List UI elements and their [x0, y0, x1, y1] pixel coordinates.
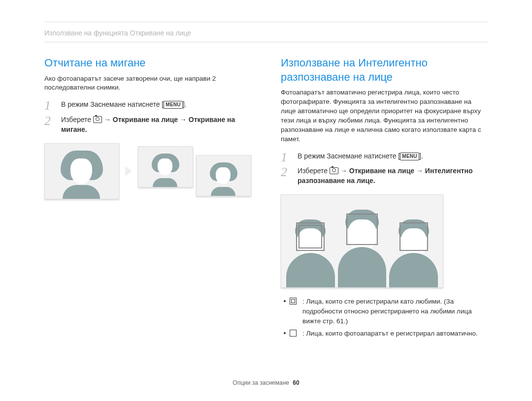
person-icon: [286, 209, 335, 287]
divider: [44, 42, 488, 42]
person-icon: [389, 209, 438, 287]
menu-button-icon: MENU: [164, 101, 183, 109]
face-icon: [151, 153, 180, 187]
right-column: Използване на Интелигентно разпознаване …: [281, 56, 488, 341]
manual-page: Използване на функцията Откриване на лиц…: [0, 0, 532, 401]
photo-stack: [138, 146, 251, 196]
focus-frame-icon: [346, 214, 378, 245]
page-number: 60: [293, 379, 299, 386]
camera-icon: [93, 116, 102, 123]
footer-label: Опции за заснемане: [233, 379, 289, 386]
step-number: 2: [44, 112, 51, 130]
step-2: 2 Изберете → Откриване на лице → Интелиг…: [281, 166, 488, 186]
steps-list: 1 В режим Заснемане натиснете [MENU]. 2 …: [44, 99, 251, 134]
divider: [44, 22, 488, 22]
face-icon: [60, 150, 104, 199]
bullet-icon: [284, 300, 286, 302]
step-2: 2 Изберете → Откриване на лице → Открива…: [44, 115, 251, 135]
sample-photo: [196, 155, 251, 196]
step-text: Изберете → Откриване на лице → Интелиген…: [298, 167, 472, 185]
step-text: В режим Заснемане натиснете [MENU].: [298, 152, 423, 160]
arrow-right-icon: [125, 166, 132, 176]
step-number: 2: [281, 163, 287, 182]
camera-icon: [330, 167, 338, 174]
step-text: В режим Заснемане натиснете [MENU].: [61, 100, 187, 108]
step-1: 1 В режим Заснемане натиснете [MENU].: [44, 99, 251, 109]
intro-text: Ако фотоапаратът засече затворени очи, щ…: [44, 74, 251, 93]
face-icon: [209, 161, 238, 196]
menu-button-icon: MENU: [400, 153, 419, 160]
intro-text: Фотоапаратът автоматично регистрира лица…: [281, 88, 488, 144]
person-icon: [338, 209, 387, 287]
page-footer: Опции за заснемане 60: [0, 379, 532, 386]
group-illustration: [281, 194, 443, 288]
step-text: Изберете → Откриване на лице → Откриване…: [61, 116, 235, 133]
step-1: 1 В режим Заснемане натиснете [MENU].: [281, 151, 488, 161]
single-frame-icon: [290, 330, 297, 337]
steps-list: 1 В режим Заснемане натиснете [MENU]. 2 …: [281, 151, 488, 186]
focus-frame-icon: [399, 222, 428, 251]
section-heading-blink: Отчитане на мигане: [44, 56, 251, 70]
legend-item-favorite: : Лица, които сте регистрирали като люби…: [284, 297, 488, 326]
breadcrumb: Използване на функцията Откриване на лиц…: [44, 26, 488, 37]
blink-illustration: [44, 143, 251, 199]
columns: Отчитане на мигане Ако фотоапаратът засе…: [44, 56, 488, 341]
legend-list: : Лица, които сте регистрирали като люби…: [284, 297, 488, 338]
left-column: Отчитане на мигане Ако фотоапаратът засе…: [44, 56, 251, 341]
bullet-icon: [284, 332, 286, 334]
section-heading-smart: Използване на Интелигентно разпознаване …: [281, 56, 488, 84]
legend-item-auto: : Лица, които фотоапаратът е регистрирал…: [284, 329, 488, 339]
double-frame-icon: [290, 298, 297, 305]
sample-photo: [44, 143, 119, 199]
sample-photo: [138, 146, 193, 187]
focus-frame-favorite-icon: [296, 222, 325, 251]
